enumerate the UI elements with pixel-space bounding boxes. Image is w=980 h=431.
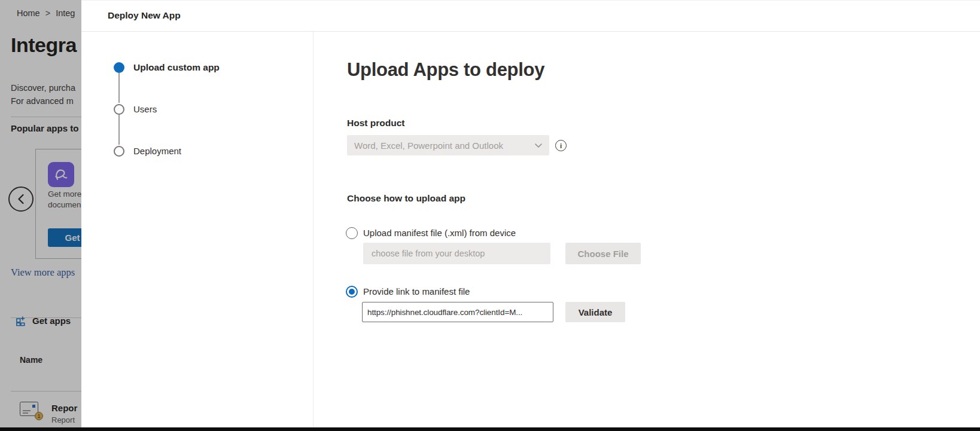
manifest-link-input[interactable] — [362, 302, 553, 322]
step-dot-open-icon — [114, 146, 124, 157]
radio-upload-from-device[interactable] — [346, 227, 358, 239]
chevron-down-icon — [535, 143, 542, 148]
step-dot-open-icon — [114, 104, 124, 115]
host-product-label: Host product — [347, 118, 404, 129]
manifest-file-input[interactable] — [363, 243, 550, 264]
host-product-dropdown[interactable]: Word, Excel, Powerpoint and Outlook — [347, 135, 549, 155]
content-heading: Upload Apps to deploy — [347, 59, 544, 81]
deploy-new-app-panel: Deploy New App Upload custom app Users D… — [81, 0, 980, 431]
host-product-selected-value: Word, Excel, Powerpoint and Outlook — [354, 140, 535, 151]
screen: Home > Integ Integra Discover, purcha Fo… — [0, 0, 980, 431]
choose-upload-label: Choose how to upload app — [347, 193, 465, 204]
stepper-step-upload-custom-app[interactable]: Upload custom app — [133, 62, 220, 74]
choose-file-button[interactable]: Choose File — [565, 243, 641, 264]
stepper-content-divider — [313, 32, 314, 431]
radio-provide-link[interactable] — [346, 286, 358, 298]
validate-button[interactable]: Validate — [565, 302, 625, 322]
stepper-step-users[interactable]: Users — [133, 103, 157, 115]
bottom-edge-bar — [0, 427, 980, 431]
stepper-connector — [118, 73, 120, 103]
panel-title: Deploy New App — [108, 10, 181, 21]
upload-from-device-label: Upload manifest file (.xml) from device — [363, 227, 516, 239]
step-dot-active-icon — [114, 62, 124, 73]
provide-link-label: Provide link to manifest file — [363, 286, 470, 298]
info-icon[interactable]: i — [555, 140, 567, 151]
stepper-step-deployment[interactable]: Deployment — [133, 145, 181, 157]
panel-header-divider — [81, 31, 980, 32]
stepper-connector — [118, 115, 120, 145]
